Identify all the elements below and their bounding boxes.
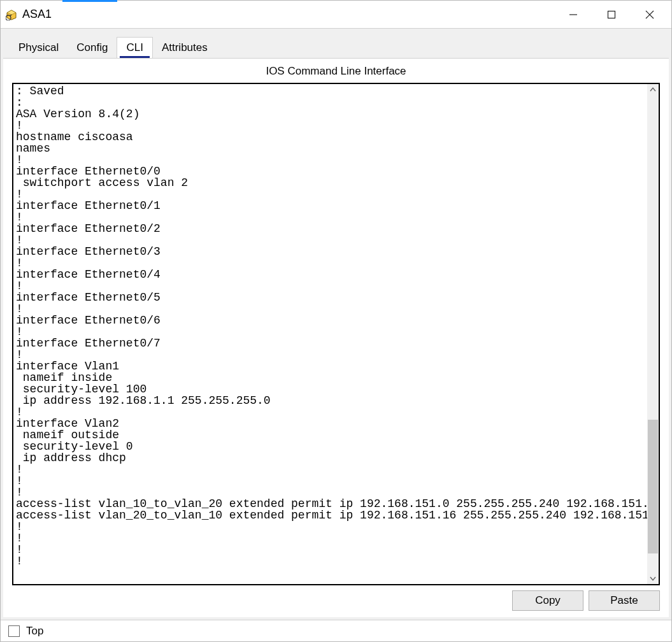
minimize-button[interactable] — [554, 1, 592, 29]
bottom-bar: Top — [1, 620, 671, 641]
maximize-button[interactable] — [592, 1, 631, 29]
button-row: Copy Paste — [12, 585, 660, 611]
tab-row: Physical Config CLI Attributes — [3, 31, 669, 58]
close-button[interactable] — [631, 1, 669, 29]
cli-panel: IOS Command Line Interface : Saved : ASA… — [3, 58, 669, 617]
top-checkbox-label: Top — [26, 625, 43, 638]
panel-header: IOS Command Line Interface — [12, 61, 660, 83]
tab-cli[interactable]: CLI — [117, 37, 152, 58]
svg-rect-5 — [608, 11, 615, 18]
scroll-thumb[interactable] — [648, 420, 658, 553]
content-area: Physical Config CLI Attributes IOS Comma… — [1, 29, 671, 620]
tab-physical[interactable]: Physical — [10, 38, 68, 58]
scroll-down-arrow[interactable] — [647, 573, 659, 584]
titlebar: ASA1 — [1, 1, 671, 29]
tab-config[interactable]: Config — [68, 38, 117, 58]
app-icon — [6, 9, 17, 20]
paste-button[interactable]: Paste — [589, 590, 660, 611]
window-title: ASA1 — [22, 8, 554, 21]
scroll-up-arrow[interactable] — [647, 84, 659, 96]
scrollbar[interactable] — [647, 84, 659, 584]
top-checkbox[interactable] — [8, 625, 20, 637]
terminal-container: : Saved : ASA Version 8.4(2) ! hostname … — [12, 83, 660, 585]
tabs-and-panel: Physical Config CLI Attributes IOS Comma… — [3, 31, 669, 617]
scroll-track[interactable] — [647, 96, 659, 573]
terminal-output[interactable]: : Saved : ASA Version 8.4(2) ! hostname … — [13, 84, 647, 584]
tab-attributes[interactable]: Attributes — [153, 38, 217, 58]
app-window: ASA1 Physical Config CLI Attributes IOS … — [0, 0, 672, 642]
window-controls — [554, 1, 669, 29]
copy-button[interactable]: Copy — [512, 590, 583, 611]
